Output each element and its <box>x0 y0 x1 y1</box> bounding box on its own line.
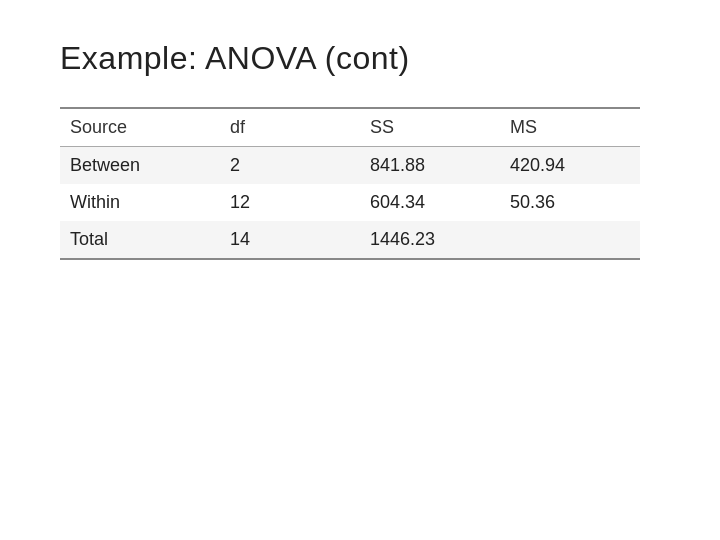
table-row: Within12604.3450.36 <box>60 184 640 221</box>
cell-df: 12 <box>220 184 360 221</box>
cell-ss: 604.34 <box>360 184 500 221</box>
cell-ms: 420.94 <box>500 147 640 185</box>
cell-source: Within <box>60 184 220 221</box>
cell-ss: 841.88 <box>360 147 500 185</box>
col-header-source: Source <box>60 108 220 147</box>
table-row: Total141446.23 <box>60 221 640 259</box>
cell-df: 14 <box>220 221 360 259</box>
cell-source: Total <box>60 221 220 259</box>
cell-source: Between <box>60 147 220 185</box>
page-title: Example: ANOVA (cont) <box>60 40 410 77</box>
cell-df: 2 <box>220 147 360 185</box>
col-header-ss: SS <box>360 108 500 147</box>
table-header-row: Source df SS MS <box>60 108 640 147</box>
col-header-df: df <box>220 108 360 147</box>
cell-ss: 1446.23 <box>360 221 500 259</box>
table-row: Between2841.88420.94 <box>60 147 640 185</box>
cell-ms: 50.36 <box>500 184 640 221</box>
col-header-ms: MS <box>500 108 640 147</box>
cell-ms <box>500 221 640 259</box>
anova-table: Source df SS MS Between2841.88420.94With… <box>60 107 640 260</box>
